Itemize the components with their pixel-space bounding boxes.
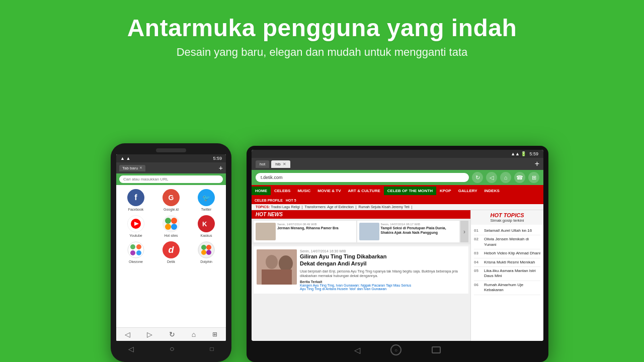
tablet-signal: ▲▲ 🔋 [511, 151, 526, 156]
tablet-tab-row: hot hib ✕ + [252, 158, 543, 170]
tablet-back-nav[interactable]: ◁ [354, 345, 360, 355]
subtitle: Desain yang baru, elegan dan mudah untuk… [0, 46, 644, 59]
related-item-1[interactable]: Kangen Ayu Ting Ting, Ivan Gunawan: Ngga… [300, 284, 465, 287]
app-label-twitter: Twitter [201, 208, 212, 211]
phone-app-grid: f Facebook G Google.id 🐦 Twitter [116, 185, 226, 327]
news-arrow[interactable]: › [460, 221, 468, 242]
phone-tab[interactable]: Tab baru ✕ [119, 165, 145, 171]
phone-fwd-btn[interactable]: ▷ [147, 330, 152, 338]
tablet-tab-hot[interactable]: hot [256, 160, 269, 168]
svg-point-19 [266, 255, 278, 269]
hot-topic-text-5: Lika-liku Asmara Mantan Istri Daus Mini [484, 268, 540, 279]
app-icon-facebook[interactable]: f Facebook [120, 189, 151, 211]
tablet-tab-hib[interactable]: hib ✕ [271, 160, 290, 168]
sub-nav-hot5[interactable]: HOT 5 [286, 199, 296, 202]
nav-movietv[interactable]: MOVIE & TV [314, 187, 344, 195]
phone-time: 5:59 [213, 156, 222, 161]
svg-point-8 [128, 242, 144, 258]
svg-point-17 [206, 250, 211, 255]
tablet-home-nav[interactable]: ○ [390, 344, 401, 355]
hot-topic-4[interactable]: 04 Krisna Mukti Resmi Menikah [474, 258, 540, 267]
phone-nav-row: ◁ ▷ ↻ ⌂ ⊞ [116, 327, 226, 341]
tablet-toolbar: ↻ ◁ ⌂ ☎ ⊞ [252, 170, 543, 185]
nav-gallery[interactable]: GALLERY [455, 187, 481, 195]
sub-nav-profile[interactable]: CELEB PROFILE [255, 199, 283, 202]
nav-kpop[interactable]: KPOP [436, 187, 455, 195]
topics-label: TOPICS: [256, 205, 271, 209]
tablet-home-btn[interactable]: ⌂ [500, 172, 511, 183]
hot-topic-5[interactable]: 05 Lika-liku Asmara Mantan Istri Daus Mi… [474, 267, 540, 281]
tablet-tab-close[interactable]: ✕ [283, 162, 286, 166]
svg-point-10 [136, 244, 141, 249]
app-icon-detik[interactable]: d Detik [155, 241, 187, 263]
app-label-dolphin: Dolphin [200, 260, 212, 263]
phone-back-btn[interactable]: ◁ [125, 330, 130, 338]
phone-refresh-btn[interactable]: ↻ [169, 330, 175, 338]
hot-topic-3[interactable]: 03 Heboh Video Klip Ahmad Dhani [474, 249, 540, 258]
tablet-url-input[interactable] [256, 173, 469, 182]
nav-music[interactable]: MUSIC [294, 187, 314, 195]
hot-topic-num-5: 05 [474, 268, 482, 273]
nav-indeks[interactable]: INDEKS [481, 187, 503, 195]
svg-point-13 [198, 242, 214, 258]
main-title: Antarmuka pengguna yang indah [0, 14, 644, 42]
phone-back-nav[interactable]: ◁ [128, 345, 134, 353]
tablet-sub-nav: CELEB PROFILE HOT 5 [252, 196, 543, 204]
phone-home-nav[interactable]: ○ [170, 344, 175, 353]
nav-celebs[interactable]: CELEBS [271, 187, 294, 195]
devices-container: ▲ ▲ 5:59 Tab baru ✕ + [96, 116, 548, 362]
nav-home[interactable]: HOME [252, 187, 271, 195]
news-card-1-title: Jerman Menang, Rihanna Pamer Bra [277, 226, 354, 230]
nav-celebmonth[interactable]: CELEB OF THE MONTH [384, 187, 436, 195]
tablet-new-tab-button[interactable]: + [535, 160, 539, 168]
news-cards-row: Senin, 14/07/2014 08:49 WIB Jerman Menan… [252, 219, 470, 244]
tablet-tabs-btn[interactable]: ⊞ [528, 172, 539, 183]
big-news-title: Giliran Ayu Ting Ting DikabarkanDekat de… [300, 253, 465, 267]
news-card-1[interactable]: Senin, 14/07/2014 08:49 WIB Jerman Menan… [254, 221, 356, 242]
tablet-phone-btn[interactable]: ☎ [514, 172, 525, 183]
phone-url-input[interactable] [119, 175, 223, 183]
news-card-1-img [256, 223, 276, 240]
news-card-1-text: Senin, 14/07/2014 08:49 WIB Jerman Menan… [277, 223, 354, 240]
news-card-2-title: Tampil Seksi di Penutupan Piala Dunia, S… [381, 226, 458, 235]
phone-recent-nav[interactable]: □ [210, 345, 213, 352]
news-card-2[interactable]: Senin, 14/07/2014 08:17 WIB Tampil Seksi… [357, 221, 460, 242]
app-icon-kaskus[interactable]: K Kaskus [191, 215, 222, 237]
svg-point-6 [171, 224, 177, 230]
tablet-tab-hib-label: hib [275, 162, 281, 166]
tablet-recent-nav[interactable] [432, 346, 441, 353]
topics-content: Tradisi Lagu Religi | Transformers: Age … [271, 205, 412, 209]
app-icon-dolphin[interactable]: Dolphin [191, 241, 222, 263]
phone-tabs-btn[interactable]: ⊞ [212, 331, 217, 338]
hot-topic-2[interactable]: 02 Olivia Jensen Menikah di Yunani [474, 235, 540, 249]
app-label-okezone: Okezone [129, 260, 143, 263]
hot-topic-1[interactable]: 01 Selamat! Aurel Ultah ke-16 [474, 227, 540, 235]
related-items: Kangen Ayu Ting Ting, Ivan Gunawan: Ngga… [300, 284, 465, 291]
phone-screen: ▲ ▲ 5:59 Tab baru ✕ + [116, 154, 226, 341]
header-section: Antarmuka pengguna yang indah Desain yan… [0, 0, 644, 59]
related-item-2[interactable]: Ayu Ting Ting di Antara Husein 'Idol' da… [300, 287, 465, 291]
hot-topic-text-6: Rumah Almarhum Uje Kebakaran [484, 283, 540, 293]
app-icon-okezone[interactable]: Okezone [120, 241, 151, 263]
tablet-time: 5:59 [529, 151, 538, 156]
app-icon-google[interactable]: G Google.id [155, 189, 187, 211]
nav-artculture[interactable]: ART & CULTURE [344, 187, 383, 195]
hot-topic-num-1: 01 [474, 228, 482, 233]
hot-topic-6[interactable]: 06 Rumah Almarhum Uje Kebakaran [474, 281, 540, 295]
app-icon-youtube[interactable]: Youtube [120, 215, 151, 237]
tablet-back-btn[interactable]: ◁ [486, 172, 497, 183]
svg-point-5 [165, 224, 171, 230]
hot-topics-list: 01 Selamat! Aurel Ultah ke-16 02 Olivia … [471, 225, 543, 297]
tablet-refresh-btn[interactable]: ↻ [472, 172, 483, 183]
svg-point-20 [279, 255, 293, 272]
app-icon-hotsites[interactable]: Hot sites [155, 215, 187, 237]
related-label: Berita Terkait [300, 280, 465, 284]
phone-tab-close[interactable]: ✕ [139, 166, 142, 170]
phone-new-tab-button[interactable]: + [219, 164, 223, 171]
hot-topic-num-4: 04 [474, 260, 482, 264]
app-icon-twitter[interactable]: 🐦 Twitter [191, 189, 222, 211]
tablet-main-content: HOT NEWS Senin, 14/07/2014 08:49 WIB Jer… [252, 210, 470, 341]
phone-home-btn[interactable]: ⌂ [192, 330, 196, 338]
hot-topics-header: HOT TOPICS Simak gosip terkini [471, 210, 543, 225]
big-news-item[interactable]: Senin, 14/07/2014 16:30 WIB Giliran Ayu … [254, 246, 468, 294]
